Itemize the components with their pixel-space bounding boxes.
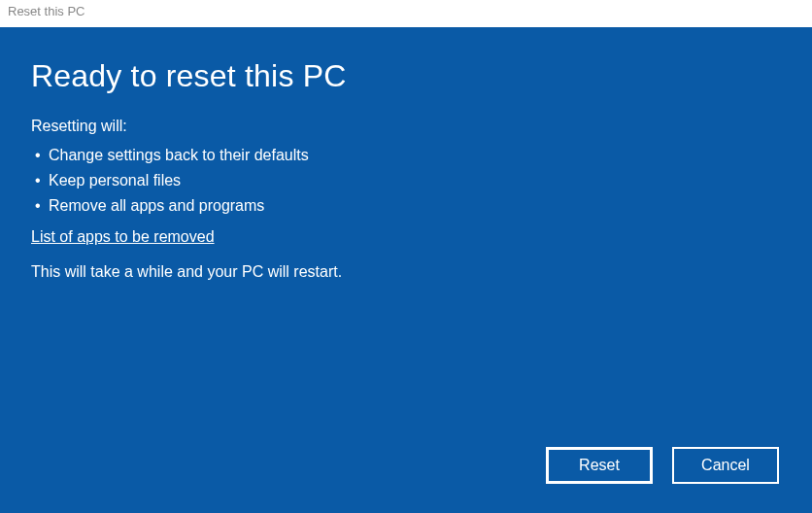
list-item: Change settings back to their defaults: [31, 143, 781, 168]
page-heading: Ready to reset this PC: [31, 58, 781, 94]
button-row: Reset Cancel: [546, 447, 779, 484]
apps-to-remove-link[interactable]: List of apps to be removed: [31, 228, 215, 246]
cancel-button[interactable]: Cancel: [672, 447, 779, 484]
reset-button[interactable]: Reset: [546, 447, 653, 484]
main-panel: Ready to reset this PC Resetting will: C…: [0, 27, 812, 513]
list-item: Keep personal files: [31, 168, 781, 193]
titlebar: Reset this PC: [0, 0, 812, 27]
reset-actions-list: Change settings back to their defaults K…: [31, 143, 781, 219]
restart-note: This will take a while and your PC will …: [31, 263, 781, 281]
window-title: Reset this PC: [8, 4, 85, 18]
subheading: Resetting will:: [31, 118, 781, 135]
list-item: Remove all apps and programs: [31, 193, 781, 219]
